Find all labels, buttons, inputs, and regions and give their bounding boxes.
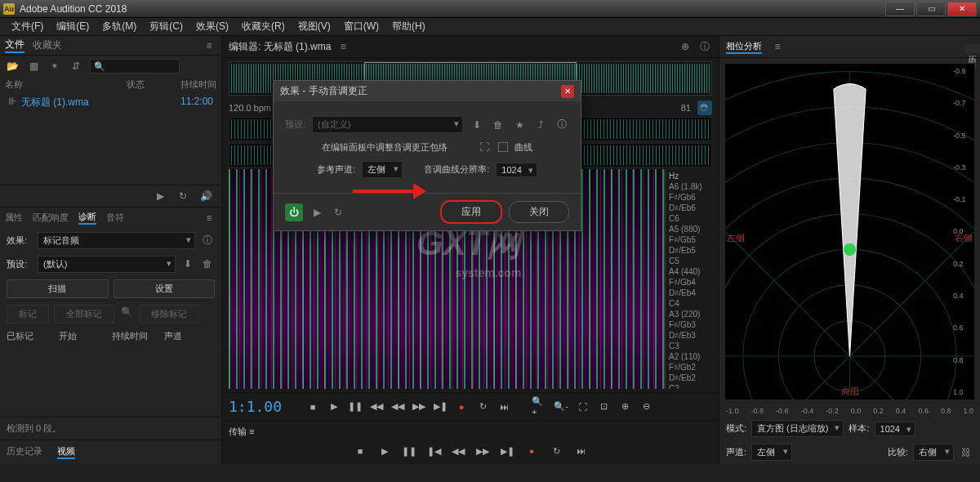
col-duration[interactable]: 持续时间 <box>167 78 216 91</box>
marker-col-channel[interactable]: 声道 <box>164 330 215 342</box>
files-search-input[interactable] <box>90 59 180 74</box>
settings-button[interactable]: 设置 <box>114 279 216 298</box>
stop-button[interactable]: ■ <box>305 399 321 415</box>
tab-phase[interactable]: 相位分析 <box>726 40 762 54</box>
tab-files[interactable]: 文件 <box>5 38 24 53</box>
record-button[interactable]: ● <box>453 399 470 415</box>
menu-effects[interactable]: 效果(S) <box>191 18 234 35</box>
star-icon[interactable]: ★ <box>512 118 527 132</box>
resolution-dropdown[interactable]: 1024 <box>496 163 537 177</box>
tp-rew[interactable]: ◀◀ <box>450 443 466 459</box>
tab-favorites[interactable]: 收藏夹 <box>33 38 62 52</box>
preview-loop-icon[interactable]: ↻ <box>331 205 345 220</box>
menu-window[interactable]: 窗口(W) <box>339 18 384 35</box>
expand-icon[interactable]: ⛶ <box>477 140 492 154</box>
zoom-in-icon[interactable]: 🔍+ <box>532 399 548 415</box>
col-status[interactable]: 状态 <box>127 78 167 91</box>
close-button[interactable]: ✕ <box>947 2 977 16</box>
editor-menu-icon[interactable]: ≡ <box>336 39 350 54</box>
info-icon[interactable]: ⓘ <box>555 118 569 132</box>
tab-loudness[interactable]: 匹配响度 <box>33 212 69 224</box>
delete-preset-icon[interactable]: 🗑 <box>491 118 506 132</box>
tab-diagnostics[interactable]: 诊断 <box>78 211 96 225</box>
tp-fwd[interactable]: ▶▶ <box>474 443 491 459</box>
tp-end[interactable]: ▶❚ <box>499 443 515 459</box>
record-icon[interactable]: ✴ <box>47 59 62 74</box>
tp-play[interactable]: ▶ <box>376 443 393 459</box>
sort-icon[interactable]: ⇵ <box>69 59 83 74</box>
menu-edit[interactable]: 编辑(E) <box>51 18 94 35</box>
save-preset-icon[interactable]: ⬇ <box>180 257 195 271</box>
marker-col-duration[interactable]: 持续时间 <box>112 330 163 342</box>
info-icon[interactable]: ⓘ <box>200 233 215 248</box>
zoom-sel-icon[interactable]: ⊡ <box>595 399 612 415</box>
tp-loop[interactable]: ↻ <box>548 443 564 459</box>
tp-rec[interactable]: ● <box>523 443 540 459</box>
pause-button[interactable]: ❚❚ <box>347 399 363 415</box>
marker-col-marked[interactable]: 已标记 <box>7 330 57 342</box>
loop-icon[interactable]: ↻ <box>176 189 190 203</box>
ref-channel-dropdown[interactable]: 左侧 <box>362 161 403 178</box>
col-name[interactable]: 名称 <box>5 78 127 91</box>
apply-button[interactable]: 应用 <box>440 200 502 224</box>
tp-start[interactable]: ❚◀ <box>425 443 442 459</box>
scan-button[interactable]: 扫描 <box>7 279 109 298</box>
close-dialog-button[interactable]: 关闭 <box>509 201 569 223</box>
loop-button[interactable]: ↻ <box>474 399 491 415</box>
menu-help[interactable]: 帮助(H) <box>387 18 430 35</box>
curve-checkbox[interactable] <box>498 142 508 152</box>
play-button[interactable]: ▶ <box>326 399 342 415</box>
tab-video[interactable]: 视频 <box>57 445 75 459</box>
tp-pause[interactable]: ❚❚ <box>401 443 417 459</box>
channel-dropdown[interactable]: 左侧 <box>751 444 792 461</box>
open-file-icon[interactable]: 📂 <box>5 59 20 74</box>
dialog-preset-dropdown[interactable]: (自定义) <box>312 116 463 133</box>
panel-menu-icon[interactable]: ≡ <box>202 211 216 225</box>
power-button[interactable]: ⏻ <box>285 203 303 221</box>
search-icon[interactable]: 🔍 <box>119 305 134 319</box>
tp-stop[interactable]: ■ <box>352 443 368 459</box>
menu-view[interactable]: 视图(V) <box>293 18 336 35</box>
zoom-fit-icon[interactable]: ⛶ <box>574 399 590 415</box>
rewind-button[interactable]: ◀◀ <box>390 399 406 415</box>
preset-dropdown[interactable]: (默认) <box>38 256 176 273</box>
new-file-icon[interactable]: ▦ <box>26 59 41 74</box>
play-icon[interactable]: ▶ <box>153 189 167 203</box>
tab-history[interactable]: 历史记录 <box>7 445 42 459</box>
effect-dropdown[interactable]: 标记音频 <box>38 232 195 249</box>
dialog-close-button[interactable]: ✕ <box>561 85 574 98</box>
link-icon[interactable]: ⤴ <box>533 118 548 132</box>
prev-button[interactable]: ◀◀ <box>368 399 385 415</box>
hud-icon[interactable]: ⛑ <box>697 100 712 115</box>
file-row[interactable]: ⊪ 无标题 (1).wma 11:2:00 <box>0 92 221 113</box>
tp-skip[interactable]: ⏭ <box>572 443 589 459</box>
speaker-icon[interactable]: 🔊 <box>198 189 213 203</box>
samples-dropdown[interactable]: 1024 <box>875 422 915 436</box>
zoom-out-icon[interactable]: 🔍- <box>553 399 569 415</box>
panel-menu-icon[interactable]: ≡ <box>202 38 216 53</box>
zoom-target-icon[interactable]: ⊕ <box>678 39 693 54</box>
mode-dropdown[interactable]: 直方图 (日志缩放) <box>751 420 844 437</box>
phase-display[interactable]: 左侧 右侧 向阳 -0.9-0.7-0.5 -0.3-0.10.0 0.20.4… <box>724 63 975 400</box>
tab-notes[interactable]: 音符 <box>106 212 124 224</box>
forward-button[interactable]: ▶▶ <box>411 399 427 415</box>
tab-properties[interactable]: 属性 <box>5 212 23 224</box>
skip-button[interactable]: ⏭ <box>496 399 512 415</box>
minimize-button[interactable]: — <box>885 2 915 16</box>
menu-multitrack[interactable]: 多轨(M) <box>97 18 141 35</box>
zoom-out-v-icon[interactable]: ⊖ <box>638 399 654 415</box>
compare-dropdown[interactable]: 右侧 <box>913 444 954 461</box>
delete-preset-icon[interactable]: 🗑 <box>200 257 215 271</box>
menu-clip[interactable]: 剪辑(C) <box>145 18 188 35</box>
preview-play-icon[interactable]: ▶ <box>310 205 324 220</box>
marker-col-start[interactable]: 开始 <box>59 330 109 342</box>
menu-favorites[interactable]: 收藏夹(R) <box>237 18 290 35</box>
save-preset-icon[interactable]: ⬇ <box>470 118 484 132</box>
next-button[interactable]: ▶❚ <box>432 399 448 415</box>
zoom-in-v-icon[interactable]: ⊕ <box>617 399 633 415</box>
hidden-tab-history[interactable]: 历史 <box>964 44 980 54</box>
panel-menu-icon[interactable]: ≡ <box>770 39 785 54</box>
maximize-button[interactable]: ▭ <box>916 2 946 16</box>
menu-file[interactable]: 文件(F) <box>7 18 48 35</box>
link-icon[interactable]: ⛓ <box>959 445 973 460</box>
